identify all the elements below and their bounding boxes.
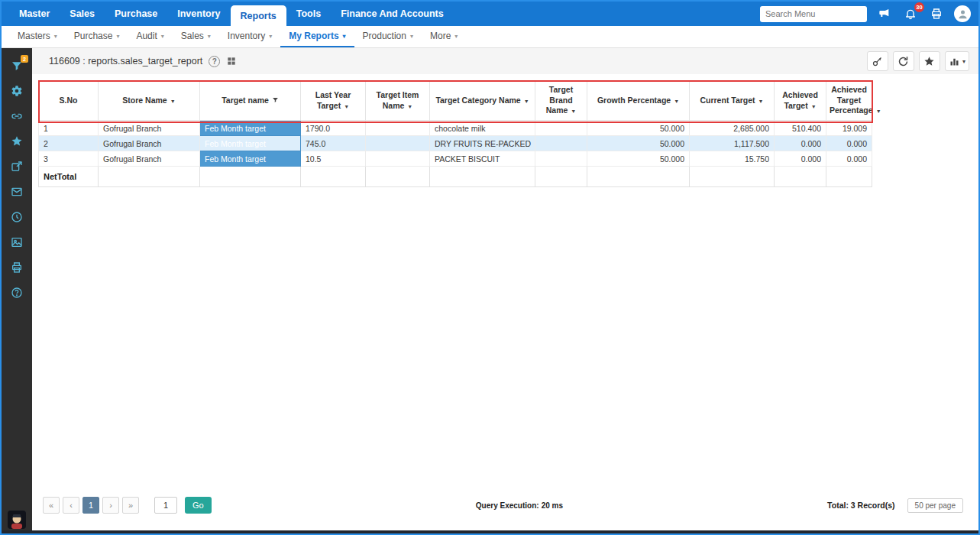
subnav-item-sales[interactable]: Sales▾ — [173, 26, 219, 47]
table-cell[interactable]: DRY FRUITS RE-PACKED — [430, 136, 535, 151]
sort-caret-icon[interactable]: ▼ — [407, 104, 412, 109]
table-cell[interactable]: 50.000 — [587, 136, 690, 151]
table-cell[interactable]: 10.5 — [301, 151, 366, 167]
table-cell[interactable] — [535, 136, 587, 151]
table-cell[interactable]: 1790.0 — [301, 121, 366, 136]
current-page-button[interactable]: 1 — [82, 497, 99, 514]
table-cell[interactable]: 2 — [39, 136, 99, 151]
link-icon[interactable] — [2, 103, 32, 128]
table-cell[interactable]: 2,685.000 — [690, 121, 775, 136]
help-circle-icon[interactable] — [209, 56, 220, 67]
subnav-item-masters[interactable]: Masters▾ — [9, 26, 66, 47]
print-icon[interactable] — [928, 5, 945, 22]
sort-caret-icon[interactable]: ▼ — [571, 109, 576, 114]
table-cell[interactable] — [366, 151, 430, 167]
star-icon[interactable] — [2, 128, 32, 154]
topnav-item-finance-and-accounts[interactable]: Finance And Accounts — [331, 2, 454, 26]
table-cell[interactable]: Gofrugal Branch — [99, 151, 200, 167]
bell-icon[interactable]: 30 — [902, 5, 919, 22]
table-row[interactable]: 1Gofrugal BranchFeb Month target1790.0ch… — [39, 121, 872, 136]
column-header-achieved-target[interactable]: Achieved Target▼ — [775, 81, 826, 121]
first-page-button[interactable]: « — [43, 497, 60, 514]
table-cell[interactable] — [535, 121, 587, 136]
topnav-item-master[interactable]: Master — [9, 2, 60, 26]
page-number-input[interactable] — [154, 497, 177, 514]
search-input[interactable] — [760, 6, 867, 22]
announcement-icon[interactable] — [876, 5, 893, 22]
per-page-select[interactable]: 50 per page — [907, 498, 963, 513]
table-cell[interactable]: 3 — [39, 151, 99, 167]
table-cell[interactable]: chocolate milk — [430, 121, 535, 136]
column-header-target-brand-name[interactable]: Target Brand Name▼ — [535, 81, 587, 121]
key-icon[interactable] — [867, 51, 888, 71]
table-cell[interactable]: 0.000 — [775, 136, 826, 151]
chart-icon[interactable]: ▾ — [945, 51, 969, 71]
column-header-target-name[interactable]: Target name — [200, 81, 301, 121]
subnav-item-inventory[interactable]: Inventory▾ — [219, 26, 280, 47]
clock-icon[interactable] — [2, 204, 32, 229]
table-cell[interactable]: 50.000 — [587, 151, 690, 167]
column-header-last-year-target[interactable]: Last Year Target▼ — [301, 81, 366, 121]
topnav-item-purchase[interactable]: Purchase — [105, 2, 167, 26]
table-row[interactable]: 2Gofrugal BranchFeb Month target745.0DRY… — [39, 136, 872, 151]
grid-icon[interactable] — [226, 56, 237, 66]
sort-caret-icon[interactable]: ▼ — [876, 109, 881, 114]
sort-caret-icon[interactable]: ▼ — [758, 99, 764, 104]
table-cell[interactable]: 1 — [39, 121, 99, 136]
table-cell[interactable] — [535, 151, 587, 167]
column-header-current-target[interactable]: Current Target▼ — [690, 81, 775, 121]
topnav-item-tools[interactable]: Tools — [286, 2, 331, 26]
table-cell[interactable] — [366, 121, 430, 136]
column-header-target-item-name[interactable]: Target Item Name▼ — [366, 81, 430, 121]
table-cell[interactable]: 0.000 — [775, 151, 826, 167]
table-cell[interactable]: 745.0 — [301, 136, 366, 151]
table-cell[interactable]: 0.000 — [826, 151, 872, 167]
printer-icon[interactable] — [2, 255, 32, 280]
refresh-icon[interactable] — [893, 51, 914, 71]
subnav-item-more[interactable]: More▾ — [422, 26, 466, 47]
gear-icon[interactable] — [2, 78, 32, 103]
table-row[interactable]: 3Gofrugal BranchFeb Month target10.5PACK… — [39, 151, 872, 167]
table-cell[interactable]: Gofrugal Branch — [99, 121, 200, 136]
table-cell[interactable]: 510.400 — [775, 121, 826, 136]
column-header-store-name[interactable]: Store Name▼ — [99, 81, 200, 121]
column-header-target-category-name[interactable]: Target Category Name▼ — [430, 81, 535, 121]
sort-caret-icon[interactable]: ▼ — [170, 99, 176, 104]
sort-caret-icon[interactable]: ▼ — [344, 104, 349, 109]
last-page-button[interactable]: » — [122, 497, 139, 514]
mail-icon[interactable] — [2, 179, 32, 204]
topnav-item-reports[interactable]: Reports — [231, 5, 286, 26]
table-cell[interactable]: Feb Month target — [200, 151, 301, 167]
column-header-s-no[interactable]: S.No — [39, 81, 99, 121]
column-header-growth-percentage[interactable]: Growth Percentage▼ — [587, 81, 690, 121]
table-cell[interactable]: 15.750 — [690, 151, 775, 167]
go-button[interactable]: Go — [185, 497, 212, 514]
subnav-item-my-reports[interactable]: My Reports▾ — [280, 26, 354, 47]
table-cell[interactable]: Feb Month target — [200, 136, 301, 151]
sidebar-logo[interactable] — [8, 511, 26, 529]
table-cell[interactable]: 19.009 — [826, 121, 872, 136]
subnav-item-purchase[interactable]: Purchase▾ — [66, 26, 128, 47]
avatar[interactable] — [954, 5, 971, 22]
prev-page-button[interactable]: ‹ — [63, 497, 79, 514]
column-filter-icon[interactable] — [272, 96, 279, 106]
sort-caret-icon[interactable]: ▼ — [674, 99, 679, 104]
table-cell[interactable]: Feb Month target — [200, 121, 301, 136]
table-cell[interactable] — [366, 136, 430, 151]
table-cell[interactable]: 50.000 — [587, 121, 690, 136]
sort-caret-icon[interactable]: ▼ — [524, 99, 529, 104]
table-cell[interactable]: 0.000 — [826, 136, 872, 151]
topnav-item-sales[interactable]: Sales — [60, 2, 105, 26]
next-page-button[interactable]: › — [102, 497, 119, 514]
share-icon[interactable] — [2, 154, 32, 179]
subnav-item-production[interactable]: Production▾ — [354, 26, 422, 47]
table-cell[interactable]: 1,117.500 — [690, 136, 775, 151]
topnav-item-inventory[interactable]: Inventory — [167, 2, 230, 26]
star-icon[interactable] — [919, 51, 940, 71]
filter-icon[interactable]: 2 — [2, 53, 32, 78]
table-cell[interactable]: PACKET BISCUIT — [430, 151, 535, 167]
table-cell[interactable]: Gofrugal Branch — [99, 136, 200, 151]
help-icon[interactable] — [2, 280, 32, 305]
sort-caret-icon[interactable]: ▼ — [811, 104, 817, 109]
subnav-item-audit[interactable]: Audit▾ — [128, 26, 172, 47]
